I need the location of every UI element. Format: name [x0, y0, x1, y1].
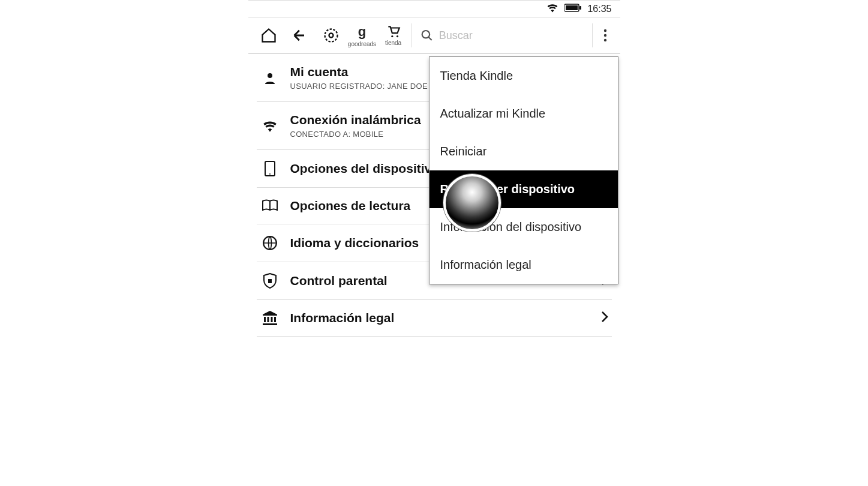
user-icon: [260, 71, 280, 85]
search-box[interactable]: [415, 28, 590, 43]
gear-icon: [323, 27, 340, 44]
svg-point-13: [269, 173, 271, 175]
store-button[interactable]: tienda: [378, 17, 409, 53]
goodreads-icon: g: [358, 24, 366, 40]
svg-rect-15: [268, 279, 272, 283]
status-bar: 16:35: [248, 0, 620, 17]
svg-point-10: [603, 39, 606, 41]
settings-button[interactable]: [316, 17, 347, 53]
search-input[interactable]: [439, 29, 590, 42]
svg-rect-2: [579, 6, 581, 10]
kindle-settings-screen: 16:35 g goodreads tienda: [248, 0, 620, 337]
toolbar: g goodreads tienda: [248, 17, 620, 54]
home-icon: [260, 27, 277, 44]
svg-rect-1: [566, 5, 578, 10]
battery-icon: [564, 4, 581, 14]
svg-point-3: [325, 29, 337, 42]
overflow-menu: Tienda Kindle Actualizar mi Kindle Reini…: [429, 56, 618, 284]
wifi-icon: [546, 3, 558, 15]
svg-point-4: [329, 34, 333, 38]
arrow-left-icon: [292, 27, 308, 44]
globe-icon: [260, 235, 280, 251]
goodreads-button[interactable]: g goodreads: [347, 17, 378, 53]
menu-kindle-store[interactable]: Tienda Kindle: [430, 57, 618, 95]
legal-row[interactable]: Información legal: [257, 300, 612, 337]
menu-legal-info[interactable]: Información legal: [430, 246, 618, 284]
svg-point-9: [603, 34, 606, 37]
legal-title: Información legal: [290, 311, 590, 325]
institution-icon: [260, 311, 280, 325]
book-icon: [260, 199, 280, 212]
svg-point-8: [603, 29, 606, 32]
dots-vertical-icon: [603, 29, 607, 42]
store-label: tienda: [385, 40, 401, 46]
svg-point-7: [422, 31, 429, 38]
wifi-icon: [260, 120, 280, 132]
clock: 16:35: [587, 4, 611, 14]
goodreads-label: goodreads: [348, 41, 376, 47]
more-menu-button[interactable]: [595, 29, 615, 42]
cart-icon: [386, 25, 401, 38]
divider: [412, 23, 412, 47]
divider: [592, 23, 593, 47]
back-button[interactable]: [284, 17, 316, 53]
svg-point-5: [391, 35, 393, 37]
chevron-right-icon: [601, 311, 608, 325]
shield-icon: [260, 273, 280, 289]
tap-indicator-icon: [443, 174, 501, 232]
tablet-icon: [260, 161, 280, 176]
svg-point-6: [396, 35, 398, 37]
search-icon: [421, 28, 433, 43]
svg-point-11: [268, 73, 272, 78]
menu-restart[interactable]: Reiniciar: [430, 133, 618, 170]
menu-update-kindle[interactable]: Actualizar mi Kindle: [430, 95, 618, 133]
home-button[interactable]: [253, 17, 284, 53]
